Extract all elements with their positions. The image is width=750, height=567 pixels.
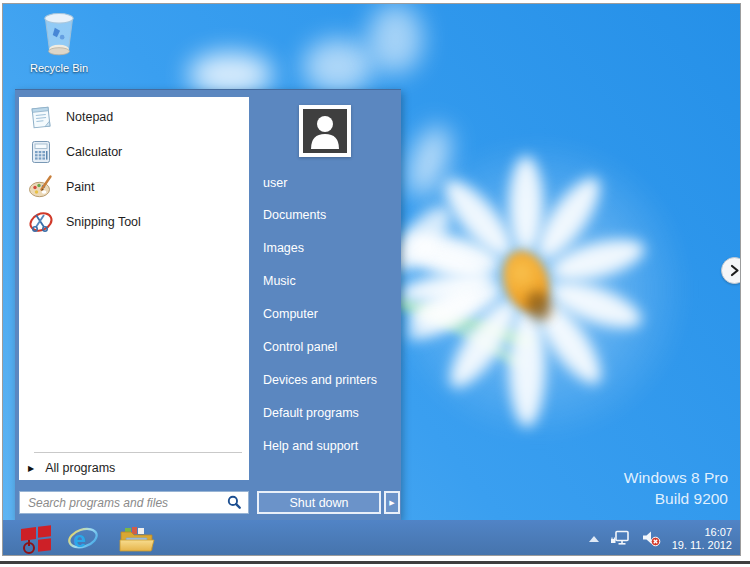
user-name-link[interactable]: user [263,176,287,190]
system-tray: 16:07 19. 11. 2012 [589,520,740,556]
frame-bottom-line [0,561,750,564]
place-item-music[interactable]: Music [263,274,296,288]
chevron-right-icon [727,263,741,278]
file-explorer-icon [119,525,155,553]
place-item-devices-and-printers[interactable]: Devices and printers [263,373,377,387]
start-menu: Notepad Calculator [15,89,401,520]
recycle-bin[interactable]: Recycle Bin [17,11,101,74]
volume-muted-icon[interactable] [642,530,661,547]
clock-time: 16:07 [672,526,732,539]
taskbar-item-internet-explorer[interactable]: e [67,520,99,556]
start-button[interactable] [21,520,67,556]
place-item-images[interactable]: Images [263,241,304,255]
snipping-tool-icon [27,208,54,235]
taskbar-item-file-explorer[interactable] [119,520,155,556]
program-item-notepad[interactable]: Notepad [19,99,249,134]
paint-icon [27,173,54,200]
clock-date: 19. 11. 2012 [672,539,732,552]
shutdown-button[interactable]: Shut down [257,491,381,514]
calculator-icon [27,138,54,165]
program-item-label: Paint [66,180,95,194]
internet-explorer-icon: e [67,524,99,554]
program-item-label: Notepad [66,110,113,124]
program-item-snipping-tool[interactable]: Snipping Tool [19,204,249,239]
triangle-right-icon: ▶ [389,499,394,507]
program-item-paint[interactable]: Paint [19,169,249,204]
watermark-line2: Build 9200 [624,488,728,509]
build-watermark: Windows 8 Pro Build 9200 [624,467,728,509]
triangle-right-icon: ▶ [28,464,34,473]
start-menu-programs-panel: Notepad Calculator [19,97,249,480]
program-item-calculator[interactable]: Calculator [19,134,249,169]
chevron-up-icon[interactable] [589,536,599,542]
start-menu-search-box [19,491,249,514]
taskbar-clock[interactable]: 16:07 19. 11. 2012 [672,526,732,552]
screen: Recycle Bin Windows 8 Pro Build 9200 [2,3,741,556]
recycle-bin-label: Recycle Bin [17,62,101,74]
program-item-label: Snipping Tool [66,215,141,229]
menu-separator [34,452,242,453]
edge-chevron-button[interactable] [721,257,741,284]
start-menu-places-panel: user Documents Images Music Computer Con… [249,90,401,521]
search-input[interactable] [20,492,227,513]
place-item-control-panel[interactable]: Control panel [263,340,337,354]
place-item-documents[interactable]: Documents [263,208,326,222]
windows-start-icon [21,525,53,553]
search-icon [227,495,242,510]
place-item-computer[interactable]: Computer [263,307,318,321]
svg-text:e: e [74,527,87,552]
watermark-line1: Windows 8 Pro [624,467,728,488]
place-item-default-programs[interactable]: Default programs [263,406,359,420]
notepad-icon [27,103,54,130]
taskbar: e [3,520,740,556]
power-icon [23,542,35,554]
user-avatar[interactable] [299,105,351,157]
all-programs-label: All programs [45,461,115,475]
user-silhouette-icon [303,109,347,153]
program-item-label: Calculator [66,145,122,159]
place-item-help-and-support[interactable]: Help and support [263,439,358,453]
recycle-bin-icon [38,43,80,60]
all-programs-item[interactable]: ▶ All programs [19,456,249,480]
network-icon[interactable] [610,530,631,547]
shutdown-options-button[interactable]: ▶ [384,491,400,514]
